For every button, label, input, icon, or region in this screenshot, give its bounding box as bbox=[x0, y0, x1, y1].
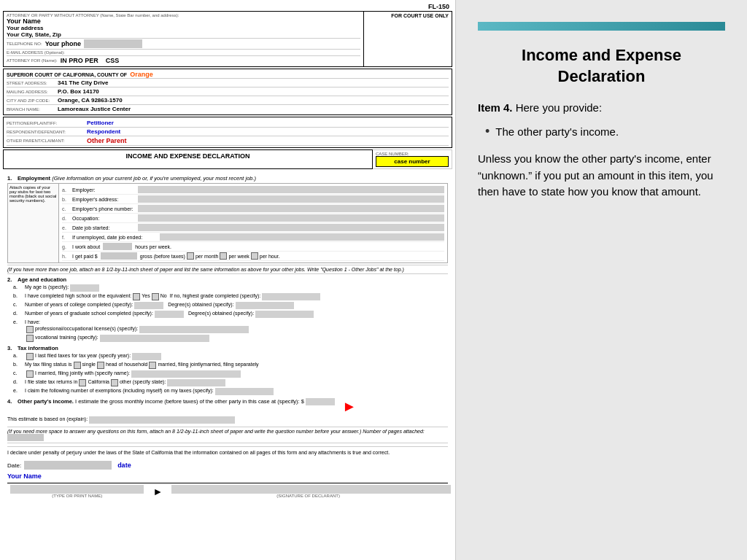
occupation-row: d. Occupation: bbox=[62, 214, 444, 223]
city-state-zip-field: Your City, State, Zip bbox=[7, 31, 360, 38]
employer-phone-label: Employer's phone number: bbox=[72, 206, 138, 211]
mailing-label: MAILING ADDRESS: bbox=[7, 90, 58, 94]
print-name-box[interactable] bbox=[10, 485, 144, 494]
city-zip-row: CITY AND ZIP CODE: Orange, CA 92863-1570 bbox=[7, 96, 449, 104]
arrow-separator: ► bbox=[147, 486, 169, 497]
tax-b-letter: b. bbox=[13, 362, 25, 367]
petitioner-label: PETITIONER/PLAINTIFF: bbox=[7, 121, 87, 125]
phone-input-box[interactable] bbox=[84, 39, 142, 48]
single-label: single bbox=[82, 362, 96, 367]
married-joint-checkbox[interactable] bbox=[149, 362, 156, 369]
address-field: Your address bbox=[7, 25, 360, 31]
age-e-letter: e. bbox=[13, 319, 25, 324]
info-body: Unless you know the other party's income… bbox=[478, 151, 725, 201]
tax-a-letter: a. bbox=[13, 353, 25, 358]
vocational-label: vocational training (specify): bbox=[35, 335, 98, 340]
street-row: STREET ADDRESS: 341 The City Drive bbox=[7, 78, 449, 87]
hours-input[interactable] bbox=[103, 243, 132, 250]
per-week-checkbox[interactable] bbox=[220, 252, 227, 260]
date-input[interactable] bbox=[24, 461, 112, 470]
form-panel: FL-150 ATTORNEY OR PARTY WITHOUT ATTORNE… bbox=[0, 0, 456, 560]
your-name-value: Your Name bbox=[7, 472, 448, 480]
employer-label: Employer: bbox=[72, 187, 138, 192]
court-title-row: SUPERIOR COURT OF CALIFORNIA, COUNTY OF … bbox=[7, 71, 449, 78]
employer-address-input[interactable] bbox=[138, 195, 444, 203]
branch-row: BRANCH NAME: Lamoreaux Justice Center bbox=[7, 104, 449, 113]
occupation-label: Occupation: bbox=[72, 216, 138, 221]
married-filing-checkbox[interactable] bbox=[26, 370, 34, 378]
hours-text: hours per week. bbox=[135, 244, 171, 249]
per-hour-checkbox[interactable] bbox=[251, 252, 258, 260]
pages-attached-input[interactable] bbox=[7, 434, 44, 441]
more-space-text: (If you need more space to answer any qu… bbox=[7, 429, 361, 434]
date-started-input[interactable] bbox=[138, 224, 444, 231]
attach-note: Attach copies of your pay stubs for last… bbox=[8, 184, 59, 262]
occupation-letter: d. bbox=[62, 216, 72, 221]
date-ended-label: If unemployed, date job ended: bbox=[72, 235, 160, 240]
tax-year-input[interactable] bbox=[132, 353, 161, 360]
other-income-section: 4. Other party's income. I estimate the … bbox=[7, 398, 448, 424]
professional-input[interactable] bbox=[139, 326, 249, 333]
employment-title: Employment bbox=[18, 175, 50, 182]
signature-box[interactable] bbox=[171, 485, 451, 494]
head-household-checkbox[interactable] bbox=[97, 362, 104, 369]
employer-phone-input[interactable] bbox=[138, 205, 444, 212]
court-section: SUPERIOR COURT OF CALIFORNIA, COUNTY OF … bbox=[3, 69, 452, 115]
per-month-label: per month bbox=[196, 254, 219, 259]
other-state-input[interactable] bbox=[167, 379, 225, 386]
gross-text: gross (before taxes) bbox=[140, 254, 185, 259]
single-checkbox[interactable] bbox=[74, 362, 81, 369]
per-month-checkbox[interactable] bbox=[187, 252, 194, 260]
highest-grade-input[interactable] bbox=[262, 293, 320, 300]
age-b-letter: b. bbox=[13, 293, 25, 298]
tax-a: a. I last filed taxes for tax year (spec… bbox=[7, 352, 448, 361]
estimate-based-input[interactable] bbox=[89, 416, 235, 424]
form-body: 1. Employment (Give information on your … bbox=[3, 171, 452, 499]
employer-input[interactable] bbox=[138, 186, 444, 193]
vocational-input[interactable] bbox=[100, 335, 209, 342]
occupation-input[interactable] bbox=[138, 214, 444, 222]
date-value: date bbox=[117, 462, 131, 469]
red-arrow-icon: ► bbox=[342, 398, 357, 415]
phone-row: TELEPHONE NO: Your phone bbox=[7, 38, 360, 49]
grad-years-input[interactable] bbox=[155, 311, 184, 318]
spouse-name-input[interactable] bbox=[131, 370, 241, 378]
pay-letter: h. bbox=[62, 254, 72, 259]
form-container: FL-150 ATTORNEY OR PARTY WITHOUT ATTORNE… bbox=[0, 0, 455, 502]
date-started-row: e. Date job started: bbox=[62, 223, 444, 233]
age-input[interactable] bbox=[70, 284, 99, 292]
tax-a-checkbox[interactable] bbox=[26, 353, 34, 360]
per-week-label: per week bbox=[228, 254, 249, 259]
grad-degree-input[interactable] bbox=[255, 311, 314, 318]
professional-checkbox[interactable] bbox=[26, 326, 34, 333]
hs-yes-checkbox[interactable] bbox=[133, 293, 140, 300]
pay-input[interactable] bbox=[101, 252, 137, 260]
college-years-input[interactable] bbox=[134, 302, 163, 309]
tax-c-text: I married, filing jointly with (specify … bbox=[35, 370, 130, 376]
california-label: California bbox=[88, 379, 109, 384]
title-case-row: INCOME AND EXPENSE DECLARATION CASE NUMB… bbox=[3, 149, 452, 169]
vocational-checkbox[interactable] bbox=[26, 335, 34, 342]
other-state-checkbox[interactable] bbox=[111, 379, 118, 386]
hours-label: I work about bbox=[72, 244, 100, 249]
other-income-input[interactable] bbox=[306, 398, 335, 405]
date-ended-input[interactable] bbox=[160, 233, 444, 241]
california-checkbox[interactable] bbox=[79, 379, 86, 386]
age-title: Age and education bbox=[18, 276, 66, 283]
age-c-text: Number of years of college completed (sp… bbox=[25, 302, 133, 307]
more-space-note: (If you need more space to answer any qu… bbox=[7, 427, 448, 443]
employment-section: 1. Employment (Give information on your … bbox=[7, 175, 448, 274]
hs-no-checkbox[interactable] bbox=[152, 293, 159, 300]
info-bullet: • The other party's income. bbox=[478, 125, 725, 139]
form-number: FL-150 bbox=[3, 3, 452, 10]
other-parent-value: Other Parent bbox=[87, 137, 127, 144]
if-no-text: If no, highest grade completed (specify)… bbox=[170, 293, 261, 298]
exemptions-input[interactable] bbox=[215, 388, 274, 395]
court-use-label: FOR COURT USE ONLY bbox=[367, 13, 449, 18]
degree-obtained-label: Degree(s) obtained (specify): bbox=[168, 302, 233, 307]
age-header: 2. Age and education bbox=[7, 276, 448, 283]
court-title-text: SUPERIOR COURT OF CALIFORNIA, COUNTY OF bbox=[7, 72, 127, 77]
form-number-text: FL-150 bbox=[428, 3, 449, 10]
case-number-cell: CASE NUMBER: case number bbox=[373, 149, 452, 169]
degree-input[interactable] bbox=[236, 302, 294, 309]
